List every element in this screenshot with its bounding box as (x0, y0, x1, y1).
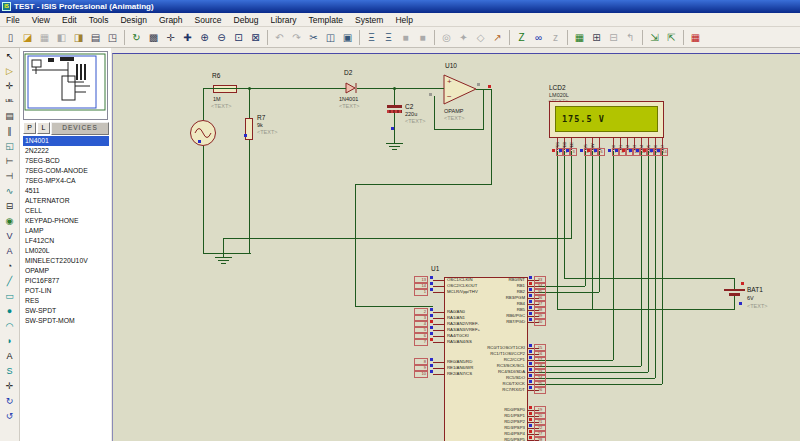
device-item[interactable]: LAMP (23, 226, 109, 236)
alternator-source[interactable] (190, 120, 216, 146)
zoom-to-child-button[interactable]: ⇲ (646, 29, 663, 46)
redo-button[interactable]: ↷ (288, 29, 305, 46)
menu-source[interactable]: Source (189, 13, 228, 27)
device-item[interactable]: LM020L (23, 246, 109, 256)
device-item[interactable]: LF412CN (23, 236, 109, 246)
undo-button[interactable]: ↶ (271, 29, 288, 46)
rotate-anticlockwise-button[interactable]: ↺ (1, 408, 19, 423)
current-probe-mode-button[interactable]: A (1, 243, 19, 258)
2d-marker-mode-button[interactable]: ✛ (1, 378, 19, 393)
device-item[interactable]: PIC16F877 (23, 276, 109, 286)
device-item[interactable]: 2N2222 (23, 146, 109, 156)
tape-recorder-mode-button[interactable]: ⊟ (1, 198, 19, 213)
component-mode-button[interactable]: ▷ (1, 63, 19, 78)
false-origin-button[interactable]: ✛ (162, 29, 179, 46)
device-item[interactable]: SW-SPDT-MOM (23, 316, 109, 326)
menu-debug[interactable]: Debug (228, 13, 265, 27)
copy-button[interactable]: ◫ (322, 29, 339, 46)
text-script-mode-button[interactable]: ▤ (1, 108, 19, 123)
graph-mode-button[interactable]: ∿ (1, 183, 19, 198)
2d-circle-mode-button[interactable]: ● (1, 303, 19, 318)
device-item[interactable]: 1N4001 (23, 136, 109, 146)
redraw-button[interactable]: ↻ (128, 29, 145, 46)
zoom-out-button[interactable]: ⊖ (213, 29, 230, 46)
block-copy-button[interactable]: Ξ (363, 29, 380, 46)
return-to-parent-button[interactable]: ⇱ (663, 29, 680, 46)
menu-view[interactable]: View (26, 13, 56, 27)
new-design-button[interactable]: ▯ (2, 29, 19, 46)
mark-output-area-button[interactable]: ◳ (104, 29, 121, 46)
subcircuit-mode-button[interactable]: ◱ (1, 138, 19, 153)
wire-label-mode-button[interactable]: LBL (1, 93, 19, 108)
overview-window[interactable] (23, 51, 108, 120)
zoom-in-button[interactable]: ⊕ (196, 29, 213, 46)
2d-line-mode-button[interactable]: ╱ (1, 273, 19, 288)
packaging-tool-button[interactable]: ◇ (472, 29, 489, 46)
device-item[interactable]: 7SEG-MPX4-CA (23, 176, 109, 186)
print-button[interactable]: ▤ (87, 29, 104, 46)
netlist-to-ares-button[interactable]: ▦ (687, 29, 704, 46)
menu-help[interactable]: Help (389, 13, 418, 27)
menu-design[interactable]: Design (114, 13, 152, 27)
zoom-all-button[interactable]: ⊠ (247, 29, 264, 46)
selection-mode-button[interactable]: ↖ (1, 48, 19, 63)
save-design-button[interactable]: ▦ (36, 29, 53, 46)
generator-mode-button[interactable]: ◉ (1, 213, 19, 228)
2d-symbol-mode-button[interactable]: S (1, 363, 19, 378)
2d-text-mode-button[interactable]: A (1, 348, 19, 363)
remove-sheet-button[interactable]: ⊟ (605, 29, 622, 46)
cut-button[interactable]: ✂ (305, 29, 322, 46)
wire-autorouter-button[interactable]: Z (513, 29, 530, 46)
terminals-mode-button[interactable]: ⊢ (1, 153, 19, 168)
menu-tools[interactable]: Tools (83, 13, 115, 27)
2d-box-mode-button[interactable]: ▭ (1, 288, 19, 303)
paste-button[interactable]: ▣ (339, 29, 356, 46)
open-design-button[interactable]: ◪ (19, 29, 36, 46)
device-item[interactable]: MINELECT220U10V (23, 256, 109, 266)
voltage-probe-mode-button[interactable]: V (1, 228, 19, 243)
block-rotate-button[interactable]: ■ (397, 29, 414, 46)
center-at-cursor-button[interactable]: ✚ (179, 29, 196, 46)
toggle-grid-button[interactable]: ▩ (145, 29, 162, 46)
device-item[interactable]: POT-LIN (23, 286, 109, 296)
rotate-clockwise-button[interactable]: ↻ (1, 393, 19, 408)
property-assignment-tool-button[interactable]: z (547, 29, 564, 46)
make-device-button[interactable]: ✦ (455, 29, 472, 46)
menu-file[interactable]: File (0, 13, 26, 27)
device-item[interactable]: 7SEG-COM-ANODE (23, 166, 109, 176)
device-item[interactable]: CELL (23, 206, 109, 216)
zoom-area-button[interactable]: ⊡ (230, 29, 247, 46)
menu-graph[interactable]: Graph (153, 13, 189, 27)
menu-edit[interactable]: Edit (56, 13, 83, 27)
2d-path-mode-button[interactable]: ◗ (1, 333, 19, 348)
junction-dot-mode-button[interactable]: ✛ (1, 78, 19, 93)
device-list[interactable]: 1N40012N22227SEG-BCD7SEG-COM-ANODE7SEG-M… (23, 136, 109, 438)
library-button[interactable]: L (37, 122, 50, 134)
device-item[interactable]: RES (23, 296, 109, 306)
device-item[interactable]: ALTERNATOR (23, 196, 109, 206)
virtual-instruments-mode-button[interactable]: ◔ (1, 258, 19, 273)
block-move-button[interactable]: Ξ (380, 29, 397, 46)
decompose-button[interactable]: ↗ (489, 29, 506, 46)
export-section-button[interactable]: ◨ (70, 29, 87, 46)
2d-arc-mode-button[interactable]: ◠ (1, 318, 19, 333)
buses-mode-button[interactable]: ∥ (1, 123, 19, 138)
pick-parts-button[interactable]: P (23, 122, 36, 134)
menu-library[interactable]: Library (265, 13, 303, 27)
goto-sheet-button[interactable]: ↰ (622, 29, 639, 46)
device-item[interactable]: OPAMP (23, 266, 109, 276)
new-sheet-button[interactable]: ⊞ (588, 29, 605, 46)
design-explorer-button[interactable]: ▦ (571, 29, 588, 46)
device-item[interactable]: SW-SPDT (23, 306, 109, 316)
device-item[interactable]: 7SEG-BCD (23, 156, 109, 166)
menu-system[interactable]: System (349, 13, 389, 27)
device-item[interactable]: 4511 (23, 186, 109, 196)
device-pins-mode-button[interactable]: ⊣ (1, 168, 19, 183)
import-section-button[interactable]: ◧ (53, 29, 70, 46)
search-and-tag-button[interactable]: ∞ (530, 29, 547, 46)
pick-device-button[interactable]: ◎ (438, 29, 455, 46)
menu-template[interactable]: Template (303, 13, 350, 27)
schematic-canvas[interactable]: R6 1M <TEXT> R7 9k <TEXT> D2 1N4001 <TEX… (112, 53, 800, 441)
block-delete-button[interactable]: ■ (414, 29, 431, 46)
device-item[interactable]: KEYPAD-PHONE (23, 216, 109, 226)
